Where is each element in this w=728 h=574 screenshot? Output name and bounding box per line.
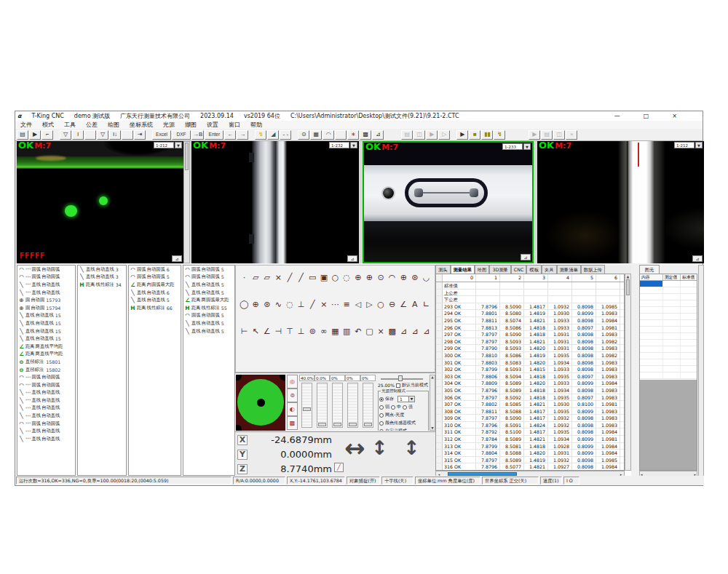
measure-tool-icon[interactable]: ▩: [387, 327, 397, 336]
light-channel-slider-3[interactable]: 0%: [345, 375, 360, 428]
arrow-left-button[interactable]: ←: [224, 130, 236, 140]
measure-tool-icon[interactable]: ≡: [342, 300, 352, 309]
measure-tool-icon[interactable]: ◌: [342, 273, 352, 282]
results-tab-8[interactable]: 数据上传: [581, 265, 605, 274]
measure-list-item[interactable]: H距离线性标注34: [78, 281, 126, 289]
table-row[interactable]: 308 OK7.88118.50881.48171.09350.80991.09…: [436, 408, 624, 415]
measure-list-item[interactable]: ⊕圆自动圆15794: [17, 304, 75, 312]
measure-tool-icon[interactable]: ◠: [387, 273, 397, 282]
enter-button[interactable]: Enter: [205, 130, 223, 140]
camera3-resize-grip[interactable]: ⊿: [521, 254, 531, 260]
measure-tool-icon[interactable]: ∠: [262, 327, 272, 336]
edge-tool-button[interactable]: I: [72, 130, 84, 140]
results-tab-4[interactable]: CNC: [511, 265, 527, 274]
measure-tool-icon[interactable]: ⊕: [251, 300, 261, 309]
jog-z-icon[interactable]: ↕: [403, 437, 420, 459]
table-row[interactable]: 313 OK7.87998.50811.48181.09280.80991.09…: [436, 443, 624, 450]
measure-tool-icon[interactable]: ▱: [262, 273, 272, 282]
measure-list-item[interactable]: ⊖直径标注15801: [17, 358, 75, 366]
combo-dropdown-icon[interactable]: ▼: [175, 142, 182, 148]
measure-tool-icon[interactable]: ╱: [285, 273, 295, 282]
measure-list-item[interactable]: ◠圆弧自动圆弧5: [129, 274, 181, 282]
right-scrollbar[interactable]: [698, 265, 704, 477]
table-row[interactable]: 310 OK7.87968.50911.48241.09320.80981.09…: [436, 422, 624, 429]
measure-tool-icon[interactable]: ⊙: [376, 273, 386, 282]
measure-tool-icon[interactable]: ◁: [353, 300, 363, 309]
probe-button[interactable]: ▽: [60, 130, 71, 140]
element-row[interactable]: [640, 327, 697, 333]
measure-tool-icon[interactable]: ↖: [251, 327, 261, 336]
measure-list-item[interactable]: ╲***直线自动直线: [17, 396, 75, 404]
menu-item-2[interactable]: 工具: [59, 121, 81, 129]
measure-tool-icon[interactable]: ⊕: [399, 273, 408, 282]
stop-button[interactable]: ■: [469, 130, 480, 140]
light-channel-slider-4[interactable]: 0%: [360, 375, 376, 428]
play-button[interactable]: ▷: [438, 130, 450, 140]
measure-tool-icon[interactable]: ∟: [422, 300, 431, 309]
light-channel-slider-2[interactable]: 0%: [330, 375, 345, 428]
table-row[interactable]: 315 OK7.87978.50891.48191.09320.80981.09…: [436, 457, 624, 464]
measure-tool-icon[interactable]: ×: [274, 273, 283, 282]
camera1-resize-grip[interactable]: ⊿: [172, 255, 182, 262]
results-tab-2[interactable]: 绘图: [475, 265, 490, 274]
new-path-button[interactable]: ⌐: [41, 130, 53, 140]
table-row[interactable]: 307 OK7.88028.50851.48211.09300.81001.09…: [436, 401, 624, 408]
camera-view-1[interactable]: FFFFF OK M:7 1-212 ▼ ⊿: [17, 141, 183, 263]
measure-list-item[interactable]: ╲直线自动直线15: [17, 312, 75, 320]
measure-list-item[interactable]: ╲***直线自动直线: [17, 412, 75, 420]
measure-tool-icon[interactable]: ⊖: [387, 300, 397, 309]
measure-list-item[interactable]: ◠***圆弧自动圆弧: [17, 266, 75, 274]
table-row[interactable]: 306 OK7.87978.50921.48181.09350.80971.09…: [436, 394, 624, 402]
camera2-mode-combo[interactable]: 1-232: [329, 142, 349, 148]
copy-run-button[interactable]: ◫: [414, 130, 425, 140]
measure-list-item[interactable]: ╲直线自动直线3: [78, 274, 126, 282]
menu-item-7[interactable]: 撷图: [180, 121, 202, 129]
results-tab-5[interactable]: 模板: [526, 265, 542, 274]
camera-separator-scrollbar[interactable]: [183, 141, 190, 263]
measure-list-item[interactable]: ∠距离内圆弧最大距: [129, 281, 181, 289]
measure-tool-icon[interactable]: ▦: [331, 327, 340, 336]
measure-tool-icon[interactable]: ◡: [422, 273, 431, 282]
measure-tool-icon[interactable]: ↶: [353, 327, 363, 336]
mode-radio-0[interactable]: [379, 413, 384, 418]
measure-tool-icon[interactable]: ⊢: [240, 327, 249, 336]
measure-list-item[interactable]: ╲***直线自动直线: [17, 389, 75, 397]
camera-view-4[interactable]: OK M:7 1-212 ▼ ⊿: [537, 141, 704, 263]
measure-tool-icon[interactable]: ▱: [251, 273, 261, 282]
selected-cell[interactable]: [640, 281, 663, 287]
blank-button[interactable]: [84, 130, 96, 140]
element-row[interactable]: [640, 366, 697, 372]
table-row[interactable]: 296 OK7.88138.50861.48181.09330.80971.09…: [436, 324, 624, 332]
results-tab-3[interactable]: 3D测量: [489, 265, 510, 274]
export-report-button[interactable]: →B: [191, 130, 204, 140]
menu-item-9[interactable]: 窗口: [223, 121, 245, 129]
table-row[interactable]: 298 OK7.87978.50931.48211.09310.80981.09…: [436, 338, 624, 346]
element-row[interactable]: [640, 372, 697, 379]
measure-tool-icon[interactable]: ╱: [296, 273, 306, 282]
measure-tool-icon[interactable]: ⊛: [410, 273, 419, 282]
play2-button[interactable]: ▶: [529, 130, 540, 140]
slider-thumb[interactable]: [364, 423, 372, 426]
measure-list-item[interactable]: ◠***圆弧自动圆弧: [17, 373, 75, 381]
measure-tool-icon[interactable]: ⊕: [353, 273, 363, 282]
image-button[interactable]: ◢: [267, 130, 279, 140]
close-button[interactable]: ×: [672, 113, 677, 119]
master-light-slider[interactable]: [381, 375, 423, 381]
measure-tool-icon[interactable]: ⋯: [331, 300, 340, 309]
combo-dropdown-icon[interactable]: ▼: [350, 142, 357, 148]
measure-tool-icon[interactable]: ⊤: [285, 327, 295, 336]
ring-segment-icon[interactable]: ⊚: [287, 388, 298, 402]
slider-track[interactable]: [317, 383, 328, 428]
menu-item-1[interactable]: 模式: [37, 121, 59, 129]
measure-list-item[interactable]: H距离线性标注66: [129, 304, 181, 312]
element-row[interactable]: [640, 307, 697, 314]
light-channel-slider-0[interactable]: 40.0%: [299, 375, 314, 428]
slider-track[interactable]: [347, 383, 358, 428]
measure-list-item[interactable]: ◠***圆弧自动圆弧: [17, 420, 75, 428]
table-row[interactable]: 295 OK7.88118.50741.48211.09330.80981.09…: [436, 317, 624, 324]
measure-list-item[interactable]: ╲直线自动直线3: [78, 266, 126, 274]
menu-item-8[interactable]: 设置: [202, 121, 223, 129]
element-row[interactable]: [640, 287, 697, 294]
dxf-button[interactable]: DXF: [172, 130, 191, 140]
table-row[interactable]: 304 OK7.88098.50891.48201.09330.80991.09…: [436, 380, 624, 387]
